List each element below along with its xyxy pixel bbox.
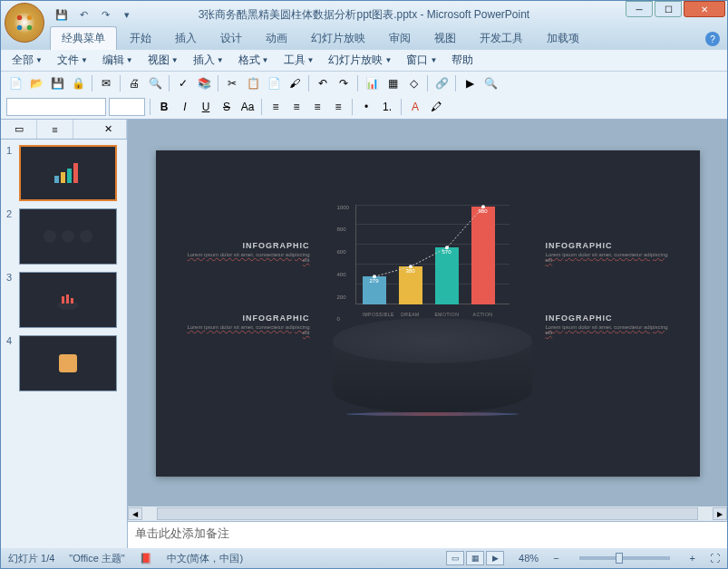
minimize-button[interactable]: ─ [626, 1, 653, 17]
underline-icon[interactable]: U [197, 98, 215, 116]
table-icon[interactable]: ▦ [383, 74, 402, 92]
redo-icon[interactable]: ↷ [335, 74, 353, 92]
research-icon[interactable]: 📚 [195, 74, 213, 92]
close-panel-icon[interactable]: ✕ [91, 120, 127, 139]
slide[interactable]: INFOGRAPHIC Lorem ipsum dolor sit amet, … [156, 150, 700, 477]
ribbon-tab-insert[interactable]: 插入 [164, 27, 208, 50]
sorter-view-icon[interactable]: ▦ [466, 551, 484, 565]
menu-help[interactable]: 帮助 [446, 51, 479, 70]
italic-icon[interactable]: I [176, 98, 194, 116]
slide-thumb-1[interactable] [19, 145, 117, 201]
help-icon[interactable]: ? [705, 32, 720, 46]
hyperlink-icon[interactable]: 🔗 [432, 74, 451, 92]
copy-icon[interactable]: 📋 [244, 74, 262, 92]
scroll-right-icon[interactable]: ▶ [713, 507, 727, 520]
menu-insert[interactable]: 插入▼ [188, 51, 229, 70]
new-icon[interactable]: 📄 [6, 74, 24, 92]
ribbon-tab-slideshow[interactable]: 幻灯片放映 [300, 27, 376, 50]
menu-file[interactable]: 文件▼ [52, 51, 93, 70]
slideshow-view-icon[interactable]: ▶ [486, 551, 504, 565]
open-icon[interactable]: 📂 [27, 74, 45, 92]
slide-thumb-3[interactable] [19, 272, 117, 328]
font-select[interactable] [6, 98, 106, 116]
ribbon-tab-classic[interactable]: 经典菜单 [50, 26, 117, 50]
zoom-icon[interactable]: 🔍 [481, 74, 500, 92]
maximize-button[interactable]: ☐ [655, 1, 682, 17]
menu-slideshow[interactable]: 幻灯片放映▼ [323, 51, 397, 70]
chart-icon[interactable]: 📊 [363, 74, 381, 92]
paste-icon[interactable]: 📄 [265, 74, 283, 92]
permission-icon[interactable]: 🔒 [69, 74, 87, 92]
undo-icon[interactable]: ↶ [314, 74, 332, 92]
office-button[interactable] [5, 3, 44, 43]
justify-icon[interactable]: ≡ [329, 98, 347, 116]
view-buttons: ▭ ▦ ▶ [446, 551, 504, 565]
zoom-value[interactable]: 48% [519, 553, 539, 564]
thumb-row: 1 [6, 145, 121, 201]
menu-tools[interactable]: 工具▼ [278, 51, 320, 70]
zoom-in-icon[interactable]: + [690, 553, 695, 564]
svg-rect-5 [61, 172, 65, 183]
thumb-row: 4 [6, 335, 121, 391]
zoom-slider[interactable] [579, 556, 670, 560]
chart-bar: 279IMPOSSIBLE [363, 276, 386, 304]
slide-thumb-4[interactable] [19, 335, 117, 391]
bullets-icon[interactable]: • [357, 98, 375, 116]
zoom-out-icon[interactable]: − [553, 553, 558, 564]
ribbon-tab-home[interactable]: 开始 [119, 27, 162, 50]
ribbon-tab-view[interactable]: 视图 [423, 27, 467, 50]
outline-tab-icon[interactable]: ≡ [37, 120, 73, 139]
font-color-icon[interactable]: A [406, 98, 424, 116]
save-icon[interactable]: 💾 [53, 6, 70, 23]
ribbon-tabs: 经典菜单 开始 插入 设计 动画 幻灯片放映 审阅 视图 开发工具 加载项 ? [1, 28, 727, 50]
highlight-icon[interactable]: 🖍 [427, 98, 445, 116]
close-button[interactable]: ✕ [684, 1, 725, 17]
slides-tab-icon[interactable]: ▭ [1, 120, 37, 139]
svg-rect-15 [59, 354, 77, 372]
ribbon-tab-design[interactable]: 设计 [209, 27, 253, 50]
status-language[interactable]: 中文(简体，中国) [167, 552, 243, 565]
align-right-icon[interactable]: ≡ [308, 98, 326, 116]
menu-all[interactable]: 全部▼ [6, 51, 48, 70]
align-left-icon[interactable]: ≡ [267, 98, 285, 116]
scroll-track[interactable] [157, 507, 698, 520]
format-painter-icon[interactable]: 🖌 [286, 74, 304, 92]
qat-dropdown-icon[interactable]: ▾ [119, 6, 135, 23]
cut-icon[interactable]: ✂ [223, 74, 241, 92]
numbering-icon[interactable]: 1. [378, 98, 396, 116]
slide-canvas[interactable]: INFOGRAPHIC Lorem ipsum dolor sit amet, … [128, 120, 727, 506]
horizontal-scrollbar: ◀ ▶ [128, 506, 727, 521]
menu-format[interactable]: 格式▼ [233, 51, 275, 70]
status-theme: "Office 主题" [69, 552, 124, 565]
print-icon[interactable]: 🖨 [125, 74, 143, 92]
toolbar-area: 📄 📂 💾 🔒 ✉ 🖨 🔍 ✓ 📚 ✂ 📋 📄 🖌 ↶ ↷ 📊 ▦ ◇ [1, 72, 727, 120]
size-select[interactable] [109, 98, 145, 116]
ribbon-tab-review[interactable]: 审阅 [378, 27, 422, 50]
normal-view-icon[interactable]: ▭ [446, 551, 464, 565]
mail-icon[interactable]: ✉ [97, 74, 115, 92]
redo-icon[interactable]: ↷ [97, 6, 113, 23]
strike-icon[interactable]: S [218, 98, 236, 116]
caps-icon[interactable]: Aa [238, 98, 257, 116]
ribbon-tab-dev[interactable]: 开发工具 [469, 27, 534, 50]
slideshow-icon[interactable]: ▶ [461, 74, 479, 92]
chart-bar: 980ACTION [471, 207, 495, 304]
menu-view[interactable]: 视图▼ [142, 51, 184, 70]
spell-icon[interactable]: ✓ [174, 74, 192, 92]
spellcheck-icon[interactable]: 📕 [140, 553, 152, 564]
ribbon-tab-addins[interactable]: 加载项 [536, 27, 590, 50]
undo-icon[interactable]: ↶ [75, 6, 92, 23]
slide-thumb-2[interactable] [19, 208, 117, 265]
menu-window[interactable]: 窗口▼ [401, 51, 442, 70]
menu-edit[interactable]: 编辑▼ [97, 51, 139, 70]
preview-icon[interactable]: 🔍 [146, 74, 164, 92]
save-icon[interactable]: 💾 [48, 74, 66, 92]
fit-window-icon[interactable]: ⛶ [710, 553, 720, 564]
bar-category-label: DREAM [399, 312, 422, 317]
shapes-icon[interactable]: ◇ [404, 74, 422, 92]
bold-icon[interactable]: B [155, 98, 173, 116]
align-center-icon[interactable]: ≡ [287, 98, 306, 116]
scroll-left-icon[interactable]: ◀ [128, 507, 142, 520]
ribbon-tab-animation[interactable]: 动画 [255, 27, 298, 50]
notes-pane[interactable]: 单击此处添加备注 [128, 521, 727, 548]
